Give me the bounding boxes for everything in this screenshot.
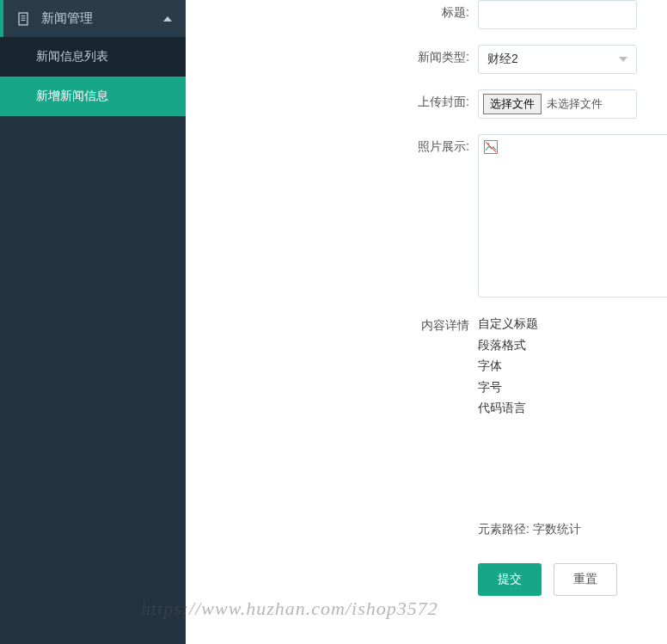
- form-actions: 提交 重置: [478, 563, 667, 596]
- editor-option[interactable]: 段落格式: [478, 334, 667, 356]
- sidebar-item-news-list[interactable]: 新闻信息列表: [0, 37, 186, 77]
- choose-file-button[interactable]: 选择文件: [483, 94, 542, 114]
- reset-button[interactable]: 重置: [554, 563, 617, 596]
- file-input-wrap: 选择文件 未选择文件: [478, 89, 637, 119]
- editor-toolbar: 自定义标题 段落格式 字体 字号 代码语言: [478, 313, 667, 419]
- chevron-down-icon: [619, 57, 627, 62]
- broken-image-icon: [484, 140, 498, 154]
- file-status-text: 未选择文件: [547, 96, 603, 112]
- editor-option[interactable]: 自定义标题: [478, 313, 667, 334]
- submit-button[interactable]: 提交: [478, 563, 542, 596]
- category-select[interactable]: 财经2: [478, 45, 637, 74]
- main-content: 标题 新闻类型 财经2 上传封面 选择文件 未选择文件 照片展示: [186, 0, 667, 644]
- label-content: 内容详情: [186, 313, 478, 334]
- sidebar-section-news[interactable]: 新闻管理: [0, 0, 186, 37]
- sidebar-section-label: 新闻管理: [41, 10, 93, 27]
- image-preview: [478, 134, 667, 297]
- editor-option[interactable]: 代码语言: [478, 397, 667, 419]
- label-category: 新闻类型: [186, 45, 478, 65]
- editor-footer: 元素路径: 字数统计: [478, 522, 667, 537]
- sidebar: 新闻管理 新闻信息列表 新增新闻信息: [0, 0, 186, 644]
- editor-option[interactable]: 字体: [478, 355, 667, 377]
- title-input[interactable]: [478, 0, 637, 29]
- sidebar-item-label: 新闻信息列表: [36, 49, 108, 63]
- category-value: 财经2: [487, 52, 518, 67]
- chevron-up-icon: [163, 16, 172, 21]
- svg-rect-0: [19, 13, 28, 25]
- label-title: 标题: [186, 0, 478, 21]
- label-cover: 上传封面: [186, 89, 478, 110]
- label-preview: 照片展示: [186, 134, 478, 155]
- label-spacer: [186, 563, 478, 568]
- sidebar-item-news-add[interactable]: 新增新闻信息: [0, 77, 186, 116]
- sidebar-item-label: 新增新闻信息: [36, 89, 108, 102]
- editor-option[interactable]: 字号: [478, 377, 667, 398]
- document-icon: [17, 12, 31, 26]
